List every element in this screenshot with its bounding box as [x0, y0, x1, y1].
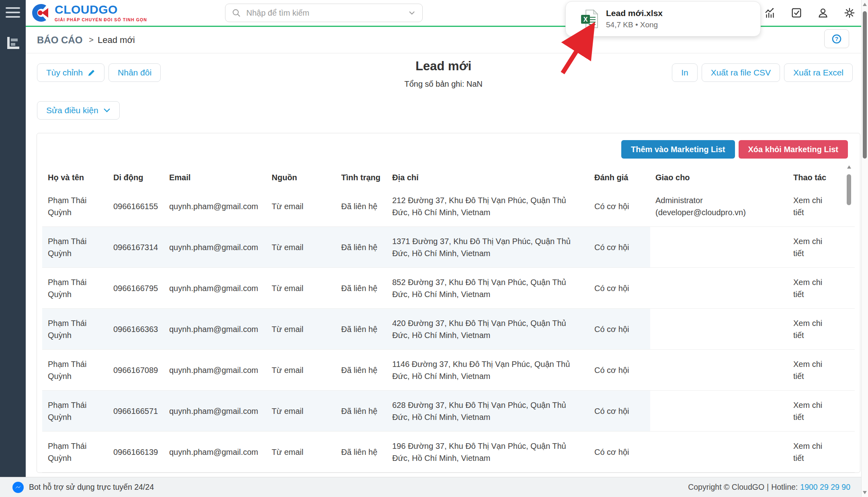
view-detail-link[interactable]: Xem chi tiết	[793, 399, 838, 423]
cell-name: Phạm Thái Quỳnh	[48, 440, 111, 464]
cell-address: 420 Đường 37, Khu Đô Thị Vạn Phúc, Quận …	[392, 317, 581, 341]
global-search	[225, 4, 423, 22]
column-header: Giao cho	[655, 171, 793, 183]
column-header: Địa chỉ	[392, 171, 594, 183]
cell-rating: Có cơ hội	[594, 200, 655, 212]
app-window: CLOUDGO GIẢI PHÁP CHUYỂN ĐỔI SỐ TINH GỌN	[0, 0, 868, 497]
cloudgo-logo[interactable]: CLOUDGO GIẢI PHÁP CHUYỂN ĐỔI SỐ TINH GỌN	[31, 2, 147, 23]
cloudgo-logo-icon	[31, 2, 51, 23]
cell-mobile: 0966166795	[113, 282, 169, 294]
cell-status: Đã liên hệ	[341, 446, 392, 458]
column-header: Họ và tên	[48, 171, 113, 183]
brand-name: CLOUDGO	[55, 4, 147, 16]
cell-source: Từ email	[272, 282, 341, 294]
column-header: Đánh giá	[594, 171, 655, 183]
view-detail-link[interactable]: Xem chi tiết	[793, 358, 838, 382]
view-detail-link[interactable]: Xem chi tiết	[793, 194, 838, 218]
page-scroll-up-arrow[interactable]	[863, 3, 867, 6]
cell-email: quynh.pham@gmail.com	[169, 405, 272, 417]
search-icon	[232, 8, 241, 17]
cell-name: Phạm Thái Quỳnh	[48, 399, 111, 423]
hamburger-menu-icon[interactable]	[6, 7, 20, 20]
cell-rating: Có cơ hội	[594, 364, 655, 376]
cell-source: Từ email	[272, 364, 341, 376]
cell-status: Đã liên hệ	[341, 241, 392, 253]
pencil-icon	[88, 69, 95, 77]
cell-rating: Có cơ hội	[594, 282, 655, 294]
cell-mobile: 0966166155	[113, 200, 169, 212]
edit-conditions-label: Sửa điều kiện	[46, 106, 98, 115]
scroll-up-arrow[interactable]	[847, 165, 851, 169]
cell-email: quynh.pham@gmail.com	[169, 323, 272, 335]
bot-support-label: Bot hỗ trợ sử dụng trực tuyến 24/24	[29, 483, 154, 492]
view-detail-link[interactable]: Xem chi tiết	[793, 317, 838, 341]
scroll-thumb[interactable]	[847, 174, 851, 205]
view-detail-link[interactable]: Xem chi tiết	[793, 440, 838, 464]
search-input[interactable]	[246, 8, 408, 18]
page-scroll-thumb[interactable]	[863, 11, 867, 159]
breadcrumb-section[interactable]: BÁO CÁO	[37, 35, 82, 46]
page-scroll-down-arrow[interactable]	[863, 491, 867, 494]
report-icon[interactable]	[5, 35, 21, 51]
cell-rating: Có cơ hội	[594, 241, 655, 253]
table-row: Phạm Thái Quỳnh 0966167314 quynh.pham@gm…	[42, 227, 855, 268]
table-row: Phạm Thái Quỳnh 0966166363 quynh.pham@gm…	[42, 309, 855, 350]
hotline-number[interactable]: 1900 29 29 90	[800, 483, 850, 492]
settings-icon[interactable]	[843, 7, 856, 19]
cell-address: 628 Đường 37, Khu Đô Thị Vạn Phúc, Quận …	[392, 399, 581, 423]
table-row: Phạm Thái Quỳnh 0966166155 quynh.pham@gm…	[42, 186, 855, 227]
view-detail-link[interactable]: Xem chi tiết	[793, 235, 838, 259]
cell-email: quynh.pham@gmail.com	[169, 241, 272, 253]
duplicate-label: Nhân đôi	[118, 68, 151, 77]
chevron-down-icon	[103, 108, 111, 113]
table-header-row: Họ và tênDi độngEmailNguồnTình trạngĐịa …	[42, 169, 855, 186]
cell-name: Phạm Thái Quỳnh	[48, 194, 111, 218]
cell-name: Phạm Thái Quỳnh	[48, 317, 111, 341]
messenger-icon[interactable]	[12, 481, 24, 493]
customize-label: Tùy chỉnh	[46, 68, 83, 77]
cell-source: Từ email	[272, 200, 341, 212]
cell-status: Đã liên hệ	[341, 364, 392, 376]
toast-filename: Lead mới.xlsx	[606, 8, 663, 18]
cell-status: Đã liên hệ	[341, 282, 392, 294]
cell-name: Phạm Thái Quỳnh	[48, 276, 111, 300]
user-icon[interactable]	[817, 7, 829, 19]
column-header: Tình trạng	[341, 171, 392, 183]
cell-email: quynh.pham@gmail.com	[169, 364, 272, 376]
download-toast[interactable]: X Lead mới.xlsx 54,7 KB • Xong	[565, 1, 761, 37]
help-button[interactable]: ?	[824, 29, 849, 48]
cell-source: Từ email	[272, 446, 341, 458]
tasks-icon[interactable]	[790, 7, 802, 19]
cell-source: Từ email	[272, 405, 341, 417]
cell-assigned: Administrator (developer@cloudpro.vn)	[655, 194, 793, 218]
duplicate-button[interactable]: Nhân đôi	[108, 63, 161, 82]
breadcrumb-separator: >	[89, 35, 94, 45]
customize-button[interactable]: Tùy chỉnh	[37, 63, 104, 82]
table-row: Phạm Thái Quỳnh 0966167089 quynh.pham@gm…	[42, 350, 855, 391]
edit-conditions-button[interactable]: Sửa điều kiện	[37, 101, 120, 120]
column-header: Di động	[113, 171, 169, 183]
chevron-down-icon[interactable]	[408, 10, 416, 16]
table-row: Phạm Thái Quỳnh 0966166795 quynh.pham@gm…	[42, 268, 855, 309]
footer-divider: |	[767, 483, 769, 492]
view-detail-link[interactable]: Xem chi tiết	[793, 276, 838, 300]
add-to-marketing-list-button[interactable]: Thêm vào Marketing List	[621, 140, 735, 159]
toast-file-meta: 54,7 KB • Xong	[606, 20, 663, 29]
export-excel-button[interactable]: Xuất ra Excel	[784, 63, 853, 82]
print-button[interactable]: In	[672, 63, 698, 82]
cell-email: quynh.pham@gmail.com	[169, 446, 272, 458]
cell-mobile: 0966167314	[113, 241, 169, 253]
analytics-icon[interactable]	[764, 7, 776, 19]
breadcrumb-current: Lead mới	[98, 35, 135, 45]
print-label: In	[681, 68, 688, 77]
clipped-row	[42, 473, 855, 473]
brand-tagline: GIẢI PHÁP CHUYỂN ĐỔI SỐ TINH GỌN	[55, 17, 147, 22]
help-icon: ?	[831, 34, 842, 44]
export-csv-button[interactable]: Xuất ra file CSV	[702, 63, 780, 82]
cell-mobile: 0966167089	[113, 364, 169, 376]
cell-address: 196 Đường 37, Khu Đô Thị Vạn Phúc, Quận …	[392, 440, 581, 464]
cell-name: Phạm Thái Quỳnh	[48, 358, 111, 382]
remove-from-marketing-list-button[interactable]: Xóa khỏi Marketing List	[739, 140, 848, 159]
copyright-text: Copyright © CloudGO	[688, 483, 764, 492]
column-header: Email	[169, 171, 272, 183]
